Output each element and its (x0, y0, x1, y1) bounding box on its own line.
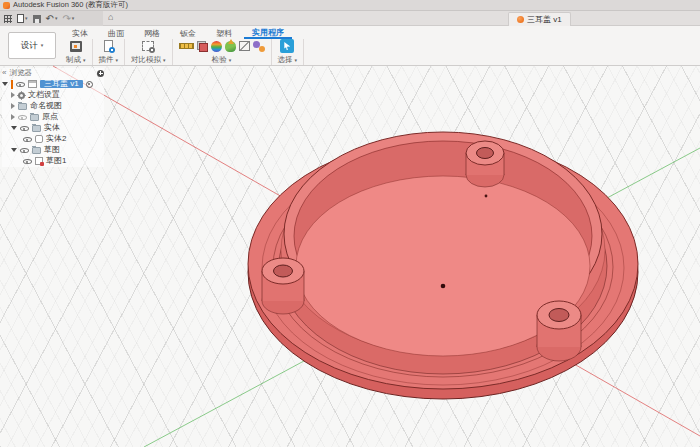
panel-inspect-label[interactable]: 检验▾ (212, 55, 232, 65)
fusion-app-icon (3, 2, 10, 9)
browser-item-sketch1[interactable]: 草图1 (23, 156, 104, 166)
body-icon (35, 135, 43, 143)
section-analysis-icon[interactable] (239, 41, 250, 51)
inspect-dropdown-arrow: ▾ (229, 58, 232, 63)
workspace-label: 设计 (21, 40, 38, 52)
browser-add-icon[interactable] (97, 70, 104, 77)
browser-title: 浏览器 (9, 68, 32, 78)
folder-icon (32, 125, 41, 132)
3d-print-icon[interactable] (70, 41, 82, 52)
select-dropdown-arrow: ▾ (295, 58, 298, 63)
document-tab-label: 三耳盖 v1 (527, 14, 562, 25)
settings-gear-icon (18, 92, 25, 99)
browser-item-bodies[interactable]: 实体 (11, 123, 104, 133)
redo-dropdown-arrow: ▾ (72, 16, 75, 21)
visibility-eye-icon[interactable] (20, 124, 29, 132)
visibility-eye-icon[interactable] (16, 80, 25, 88)
file-menu-button[interactable]: ▾ (17, 14, 28, 23)
ear-boss-bottom-right (537, 301, 581, 361)
visibility-eye-icon[interactable] (18, 113, 27, 121)
file-icon (17, 14, 24, 23)
panel-addins-label[interactable]: 插件▾ (99, 55, 119, 65)
undo-dropdown-arrow: ▾ (55, 16, 58, 21)
tab-mesh[interactable]: 网格 (136, 26, 168, 39)
panel-select: 选择▾ (272, 39, 305, 65)
panel-addins: 插件▾ (93, 39, 126, 65)
select-icon[interactable] (280, 39, 294, 53)
fusion-document-icon (517, 16, 524, 23)
workspace-selector[interactable]: 设计 ▾ (8, 32, 56, 59)
panel-compare: 对比模拟▾ (125, 39, 173, 65)
browser-item-document-settings[interactable]: 文档设置 (11, 90, 104, 100)
expand-icon[interactable] (11, 92, 15, 98)
visibility-eye-icon[interactable] (23, 135, 32, 143)
visibility-eye-icon[interactable] (20, 146, 29, 154)
data-panel-button[interactable] (4, 15, 12, 23)
tab-solid[interactable]: 实体 (64, 26, 96, 39)
redo-button[interactable]: ↷▾ (62, 14, 74, 24)
undo-button[interactable]: ↶▾ (46, 14, 58, 24)
panel-make-label[interactable]: 制成▾ (66, 55, 86, 65)
file-dropdown-arrow: ▾ (25, 16, 28, 21)
quick-access-toolbar: ▾ ↶▾ ↷▾ (0, 11, 103, 26)
tab-utilities[interactable]: 实用程序 (244, 26, 292, 39)
expand-root-icon[interactable] (2, 82, 8, 86)
ear-boss-top (466, 141, 504, 187)
tab-sheetmetal[interactable]: 钣金 (172, 26, 204, 39)
browser-item-body2[interactable]: 实体2 (23, 134, 104, 144)
activate-component-radio[interactable] (86, 81, 93, 88)
ribbon: 设计 ▾ 实体 曲面 网格 钣金 塑料 实用程序 制成▾ 插件▾ 对比模拟▾ (0, 26, 700, 66)
zebra-analysis-icon[interactable] (211, 41, 222, 52)
panel-select-label[interactable]: 选择▾ (278, 55, 298, 65)
expand-icon[interactable] (11, 103, 15, 109)
tab-plastic[interactable]: 塑料 (208, 26, 240, 39)
visibility-eye-icon[interactable] (23, 157, 32, 165)
folder-icon (18, 103, 27, 110)
ear-boss-left (262, 258, 304, 314)
home-icon[interactable]: ⌂ (108, 13, 113, 22)
panel-compare-label[interactable]: 对比模拟▾ (131, 55, 166, 65)
ear-hole-top (477, 148, 494, 159)
measure-icon[interactable] (179, 43, 194, 49)
collapse-browser-icon[interactable]: « (2, 69, 6, 77)
window-title: Autodesk Fusion 360 (教育版许可) (13, 1, 128, 9)
panel-inspect: 检验▾ (173, 39, 272, 65)
compare-simulate-icon[interactable] (142, 41, 154, 51)
document-tab-strip: ⌂ 三耳盖 v1 (103, 11, 700, 26)
folder-icon (30, 114, 39, 121)
browser-item-origin[interactable]: 原点 (11, 112, 104, 122)
redo-icon: ↷ (62, 14, 70, 24)
interference-icon[interactable] (197, 41, 208, 52)
vertex-point (485, 195, 488, 198)
browser-item-sketches[interactable]: 草图 (11, 145, 104, 155)
browser-panel: « 浏览器 三耳盖 v1 文档设置 命名视图 原点 实体 实体2 (2, 68, 104, 167)
compare-dropdown-arrow: ▾ (163, 58, 166, 63)
ear-hole-bottom-right (549, 309, 569, 322)
browser-root-row[interactable]: 三耳盖 v1 (2, 79, 104, 89)
title-bar: Autodesk Fusion 360 (教育版许可) (0, 0, 700, 11)
data-panel-grid-icon (4, 15, 12, 23)
document-tab[interactable]: 三耳盖 v1 (508, 12, 571, 26)
panel-make: 制成▾ (60, 39, 93, 65)
ear-hole-left (274, 265, 293, 277)
save-icon (33, 15, 41, 23)
addins-dropdown-arrow: ▾ (116, 58, 119, 63)
quick-access-row: ▾ ↶▾ ↷▾ ⌂ 三耳盖 v1 (0, 11, 700, 26)
browser-item-named-views[interactable]: 命名视图 (11, 101, 104, 111)
draft-analysis-icon[interactable] (225, 41, 236, 52)
browser-header: « 浏览器 (2, 68, 104, 78)
undo-icon: ↶ (46, 14, 54, 24)
ribbon-tabs: 实体 曲面 网格 钣金 塑料 实用程序 (64, 26, 292, 39)
tab-surface[interactable]: 曲面 (100, 26, 132, 39)
collapse-icon[interactable] (11, 148, 17, 152)
expand-icon[interactable] (11, 114, 15, 120)
sketch-icon (35, 157, 43, 165)
save-button[interactable] (33, 15, 41, 23)
root-document-label[interactable]: 三耳盖 v1 (40, 80, 83, 88)
curvature-analysis-icon[interactable] (253, 41, 265, 52)
collapse-icon[interactable] (11, 126, 17, 130)
ribbon-panels: 制成▾ 插件▾ 对比模拟▾ 检验▾ 选择▾ (60, 39, 304, 65)
workspace-dropdown-arrow: ▾ (41, 43, 44, 48)
scripts-addins-icon[interactable] (104, 40, 113, 52)
folder-icon (32, 147, 41, 154)
